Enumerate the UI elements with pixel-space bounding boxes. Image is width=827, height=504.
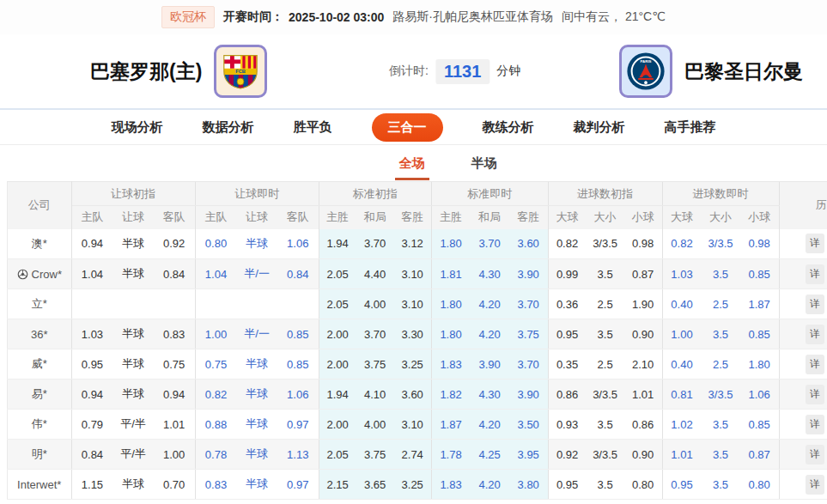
odds-cell-goals_init-2: 3.5 <box>586 410 623 440</box>
odds-cell-handicap_live-2: 半球 <box>236 440 277 470</box>
odds-cell-std_live-2: 4.20 <box>470 319 508 349</box>
detail-button[interactable]: 详 <box>806 295 824 314</box>
odds-cell-goals_init-3: 0.90 <box>624 440 662 470</box>
odds-cell-handicap_live-1: 1.04 <box>195 259 236 289</box>
nav-tab-7[interactable]: 高手推荐 <box>665 119 716 136</box>
odds-cell-goals_init-2: 3.5 <box>586 319 623 349</box>
odds-cell-goals_live-3: 1.06 <box>740 380 779 410</box>
history-cell: 详统 <box>779 380 827 410</box>
odds-cell-goals_live-1: 1.00 <box>662 319 701 349</box>
odds-cell-handicap_live-3: 1.13 <box>277 440 319 470</box>
odds-cell-handicap_init-1: 0.84 <box>71 440 112 470</box>
odds-cell-handicap_live-2: 半球 <box>236 410 277 440</box>
odds-cell-goals_init-3: 0.98 <box>624 229 662 259</box>
odds-cell-handicap_init-3: 1.01 <box>154 410 195 440</box>
sub-header-1-3: 客队 <box>154 206 195 229</box>
detail-button[interactable]: 详 <box>806 234 824 253</box>
sub-header-1-2: 让球 <box>112 206 153 229</box>
detail-button[interactable]: 详 <box>806 445 824 465</box>
history-cell: 详统 <box>779 470 827 500</box>
sub-header-6-1: 大球 <box>662 206 701 229</box>
odds-cell-goals_init-1: 0.95 <box>548 470 586 500</box>
odds-cell-std_live-1: 1.83 <box>431 470 470 500</box>
countdown-value: 1131 <box>435 59 490 84</box>
history-cell: 详统 <box>779 319 827 349</box>
nav-tab-4[interactable]: 三合一 <box>372 113 443 142</box>
detail-button[interactable]: 详 <box>806 475 824 495</box>
odds-cell-goals_init-3: 2.10 <box>624 349 662 380</box>
sub-header-1-1: 主队 <box>71 206 112 229</box>
odds-cell-std_init-1: 2.05 <box>319 259 356 289</box>
home-team: 巴塞罗那(主) FCB <box>90 45 267 98</box>
home-team-name: 巴塞罗那(主) <box>90 58 202 85</box>
detail-button[interactable]: 详 <box>806 355 824 374</box>
odds-cell-handicap_init-1: 1.03 <box>71 319 112 349</box>
odds-cell-std_init-2: 3.75 <box>356 349 393 380</box>
odds-cell-goals_init-2: 3/3.5 <box>586 440 623 470</box>
odds-cell-goals_live-2: 3/3.5 <box>701 380 739 410</box>
nav-tab-6[interactable]: 裁判分析 <box>574 119 625 136</box>
odds-cell-goals_init-3: 0.80 <box>624 470 662 500</box>
odds-cell-std_live-3: 3.70 <box>509 349 548 380</box>
ball-icon <box>17 269 28 280</box>
odds-cell-goals_init-3: 1.01 <box>624 380 662 410</box>
odds-cell-handicap_live-2: 半球 <box>236 229 277 259</box>
odds-cell-goals_live-3: 0.87 <box>740 440 779 470</box>
sub-header-2-2: 让球 <box>236 206 277 229</box>
odds-cell-goals_live-2: 3/3.5 <box>701 229 739 259</box>
nav-tab-1[interactable]: 现场分析 <box>112 119 163 136</box>
odds-cell-handicap_live-2: 半球 <box>236 380 277 410</box>
odds-cell-handicap_live-2 <box>236 289 277 319</box>
league-badge[interactable]: 欧冠杯 <box>161 6 215 28</box>
odds-cell-handicap_live-1: 0.80 <box>195 229 236 259</box>
odds-cell-goals_live-1: 0.40 <box>662 289 701 319</box>
odds-cell-handicap_live-3: 1.06 <box>277 229 319 259</box>
odds-cell-handicap_init-2: 半球 <box>112 470 153 500</box>
company-name: 明* <box>8 440 72 470</box>
odds-cell-handicap_live-1: 0.82 <box>195 380 236 410</box>
detail-button[interactable]: 详 <box>806 325 824 344</box>
sub-header-3-2: 和局 <box>356 206 393 229</box>
odds-cell-handicap_init-1 <box>71 289 112 319</box>
subtab-1[interactable]: 全场 <box>395 155 429 180</box>
detail-button[interactable]: 详 <box>806 264 824 284</box>
odds-cell-std_init-3: 3.10 <box>394 259 431 289</box>
table-row: Crow*1.04半球0.841.04半/一0.842.054.403.101.… <box>8 259 827 289</box>
weather-text: 间中有云， 21°C℃ <box>562 9 666 25</box>
nav-tab-5[interactable]: 教练分析 <box>483 119 534 136</box>
sub-header-3-1: 主胜 <box>319 206 356 229</box>
nav-tab-2[interactable]: 数据分析 <box>203 119 254 136</box>
odds-cell-std_init-2: 3.70 <box>356 229 393 259</box>
history-cell: 详统 <box>779 440 827 470</box>
odds-cell-handicap_init-1: 0.94 <box>71 380 112 410</box>
odds-cell-goals_init-2: 3.5 <box>586 259 623 289</box>
subtab-2[interactable]: 半场 <box>467 155 502 178</box>
odds-cell-goals_live-1: 1.01 <box>662 440 701 470</box>
odds-cell-goals_init-2: 3.5 <box>586 470 623 500</box>
odds-cell-goals_init-1: 0.82 <box>548 229 586 259</box>
odds-cell-std_live-3: 3.90 <box>509 380 548 410</box>
odds-cell-goals_init-1: 0.93 <box>548 410 586 440</box>
sub-header-2-3: 客队 <box>277 206 319 229</box>
company-label: 易* <box>32 387 47 400</box>
odds-cell-std_live-2: 3.90 <box>470 349 508 380</box>
table-row: 澳*0.94半球0.920.80半球1.061.943.703.121.803.… <box>8 229 827 259</box>
sub-header-4-3: 客胜 <box>509 206 548 229</box>
detail-button[interactable]: 详 <box>806 415 824 434</box>
detail-button[interactable]: 详 <box>806 385 824 404</box>
odds-cell-handicap_live-3: 0.85 <box>277 349 319 380</box>
odds-cell-handicap_init-2: 半球 <box>112 380 153 410</box>
odds-cell-handicap_init-1: 0.95 <box>71 349 112 380</box>
odds-cell-goals_live-1: 0.40 <box>662 349 701 380</box>
odds-cell-handicap_init-1: 0.94 <box>71 229 112 259</box>
odds-cell-goals_init-1: 0.99 <box>548 259 586 289</box>
odds-cell-goals_live-1: 1.02 <box>662 410 701 440</box>
odds-cell-handicap_live-1: 1.00 <box>195 319 236 349</box>
odds-cell-std_live-1: 1.80 <box>431 229 470 259</box>
nav-tab-3[interactable]: 胜平负 <box>294 119 332 136</box>
odds-cell-std_live-2: 4.25 <box>470 440 508 470</box>
odds-cell-goals_init-1: 0.36 <box>548 289 586 319</box>
table-row: 36*1.03半球0.831.00半/一0.852.003.703.301.80… <box>8 319 827 349</box>
odds-cell-goals_live-1: 1.03 <box>662 259 701 289</box>
odds-cell-std_live-3: 3.60 <box>509 229 548 259</box>
